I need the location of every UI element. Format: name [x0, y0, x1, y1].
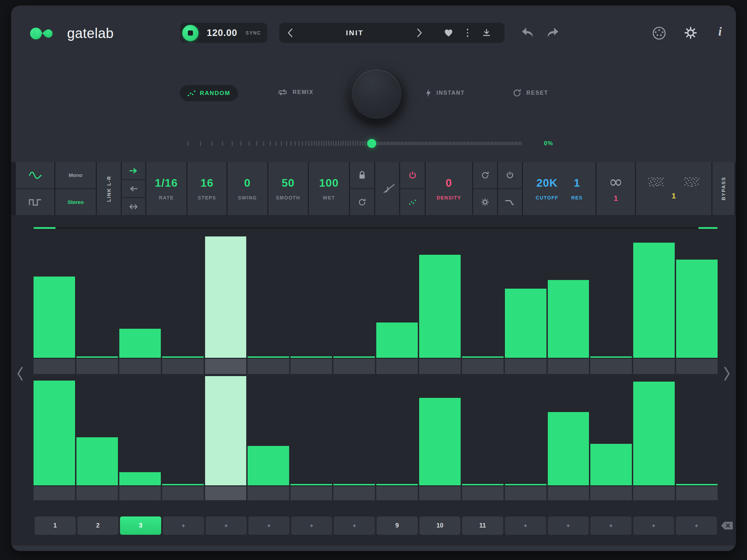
redo-button[interactable]	[546, 27, 559, 38]
step-bar[interactable]	[119, 472, 161, 485]
left-step-11[interactable]	[462, 236, 504, 358]
pattern-slot-15[interactable]: +	[633, 516, 674, 535]
step-bar[interactable]	[505, 289, 546, 358]
step-bar[interactable]	[676, 260, 718, 358]
preset-menu-icon[interactable]	[467, 29, 469, 37]
scroll-right-button[interactable]	[723, 366, 730, 381]
step-bar[interactable]	[419, 398, 461, 485]
left-step-10[interactable]	[419, 236, 461, 358]
step-bar[interactable]	[119, 329, 161, 358]
lock-button[interactable]	[350, 162, 374, 188]
infinity-cell[interactable]: ∞ 1	[597, 162, 635, 215]
left-step-16[interactable]	[676, 236, 718, 358]
step-bar[interactable]	[76, 356, 118, 358]
noise-cell[interactable]: 1	[636, 162, 711, 215]
pattern-slot-10[interactable]: 10	[419, 516, 461, 535]
pattern-slot-8[interactable]: +	[334, 516, 375, 535]
direction-forward-button[interactable]	[122, 162, 145, 179]
right-step-5[interactable]	[205, 376, 247, 485]
scroll-left-button[interactable]	[17, 366, 24, 381]
left-step-14[interactable]	[590, 236, 632, 358]
step-bar[interactable]	[376, 484, 418, 485]
pattern-slot-9[interactable]: 9	[377, 516, 418, 535]
sine-wave-button[interactable]	[16, 162, 54, 188]
right-step-8[interactable]	[333, 376, 375, 485]
pattern-slot-4[interactable]: +	[163, 516, 204, 535]
step-bar[interactable]	[462, 484, 504, 485]
left-step-15[interactable]	[633, 236, 675, 358]
left-step-12[interactable]	[505, 236, 546, 358]
pattern-slot-13[interactable]: +	[548, 516, 589, 535]
randomize-amount-slider[interactable]	[187, 138, 535, 149]
right-step-2[interactable]	[76, 376, 118, 485]
right-step-7[interactable]	[290, 376, 332, 485]
step-bar[interactable]	[205, 376, 247, 485]
step-bar[interactable]	[548, 280, 589, 358]
preset-next-button[interactable]	[408, 23, 431, 43]
slider-thumb[interactable]	[367, 139, 376, 148]
right-step-12[interactable]	[505, 376, 546, 485]
step-bar[interactable]	[290, 356, 332, 358]
step-bar[interactable]	[333, 356, 375, 358]
wet-cell[interactable]: 100 WET	[309, 162, 349, 215]
preset-prev-button[interactable]	[279, 23, 301, 43]
step-bar[interactable]	[590, 356, 632, 358]
step-bar[interactable]	[633, 382, 675, 485]
right-step-3[interactable]	[119, 376, 161, 485]
steps-cell[interactable]: 16 STEPS	[187, 162, 227, 215]
filter-random-button[interactable]	[473, 162, 497, 188]
density-cell[interactable]: 0 DENSITY	[426, 162, 472, 215]
resonance-control[interactable]: 1 RES	[571, 177, 583, 200]
step-bar[interactable]	[205, 236, 247, 358]
regenerate-button[interactable]	[350, 188, 374, 215]
right-step-4[interactable]	[162, 376, 204, 485]
square-wave-button[interactable]	[16, 188, 54, 215]
step-bar[interactable]	[248, 356, 289, 358]
swing-cell[interactable]: 0 SWING	[228, 162, 267, 215]
randomize-knob[interactable]	[349, 66, 404, 122]
left-step-7[interactable]	[290, 236, 332, 358]
pattern-slot-1[interactable]: 1	[35, 516, 76, 535]
step-bar[interactable]	[548, 412, 589, 485]
bpm-value[interactable]: 120.00	[201, 28, 243, 38]
pattern-slot-3[interactable]: 3	[120, 516, 161, 535]
step-bar[interactable]	[590, 444, 632, 485]
pattern-slot-12[interactable]: +	[505, 516, 546, 535]
right-step-11[interactable]	[462, 376, 504, 485]
step-bar[interactable]	[633, 243, 675, 358]
pattern-slot-2[interactable]: 2	[77, 516, 119, 535]
pattern-slot-16[interactable]: +	[676, 516, 717, 535]
step-bar[interactable]	[162, 484, 204, 485]
undo-button[interactable]	[522, 27, 534, 38]
left-step-4[interactable]	[162, 236, 204, 358]
step-bar[interactable]	[676, 484, 718, 485]
right-step-13[interactable]	[548, 376, 589, 485]
right-step-15[interactable]	[633, 376, 675, 485]
mute-cell[interactable]: ♪	[375, 162, 399, 215]
right-step-14[interactable]	[590, 376, 632, 485]
pattern-slot-11[interactable]: 11	[462, 516, 503, 535]
delete-pattern-button[interactable]	[721, 521, 733, 530]
pattern-slot-7[interactable]: +	[291, 516, 332, 535]
favorite-heart-icon[interactable]	[444, 29, 453, 37]
step-bar[interactable]	[248, 446, 289, 485]
left-step-2[interactable]	[76, 236, 118, 358]
rate-cell[interactable]: 1/16 RATE	[146, 162, 186, 215]
step-bar[interactable]	[34, 381, 75, 485]
left-step-6[interactable]	[248, 236, 289, 358]
filter-settings-button[interactable]	[473, 188, 497, 215]
left-step-13[interactable]	[548, 236, 589, 358]
step-bar[interactable]	[76, 437, 118, 485]
left-step-3[interactable]	[119, 236, 161, 358]
step-bar[interactable]	[290, 484, 332, 485]
direction-pingpong-button[interactable]	[122, 197, 145, 215]
right-step-1[interactable]	[34, 376, 75, 485]
step-bar[interactable]	[376, 323, 418, 358]
filter-power-button[interactable]	[498, 162, 522, 188]
step-bar[interactable]	[462, 356, 504, 358]
instant-mode-button[interactable]: INSTANT	[425, 88, 465, 97]
step-bar[interactable]	[505, 484, 546, 485]
random-mode-button[interactable]: RANDOM	[180, 85, 238, 101]
right-step-16[interactable]	[676, 376, 718, 485]
step-bar[interactable]	[419, 255, 461, 358]
